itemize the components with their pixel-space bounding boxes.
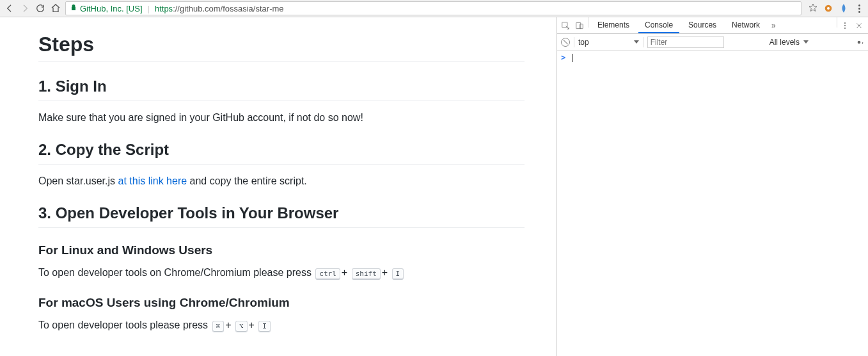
- step-1-text: Make sure that you are signed in your Gi…: [38, 110, 525, 125]
- linux-text: To open developer tools on Chrome/Chromi…: [38, 265, 525, 280]
- dropdown-icon: [803, 40, 809, 44]
- reload-button[interactable]: [35, 3, 46, 14]
- svg-point-1: [827, 7, 830, 10]
- console-cursor: [572, 54, 573, 62]
- extension-icon-2[interactable]: [839, 3, 849, 13]
- kbd-opt: ⌥: [235, 321, 248, 332]
- devtools-menu-icon[interactable]: [840, 17, 850, 33]
- bookmark-star-icon[interactable]: [808, 3, 818, 15]
- kbd-ctrl: ctrl: [315, 268, 340, 280]
- kbd-i: I: [392, 268, 404, 280]
- console-prompt-icon: >: [561, 53, 565, 62]
- context-selector[interactable]: top: [578, 38, 639, 47]
- dropdown-icon: [634, 40, 639, 44]
- kbd-cmd: ⌘: [212, 321, 225, 332]
- console-toolbar: top All levels: [557, 34, 868, 51]
- console-body[interactable]: >: [557, 51, 868, 356]
- inspect-icon[interactable]: [560, 17, 571, 33]
- console-filter-input[interactable]: [647, 36, 724, 48]
- mac-text: To open developer tools please press ⌘+ …: [38, 318, 525, 333]
- toolbar-right: [808, 3, 864, 15]
- tab-network[interactable]: Network: [725, 17, 766, 33]
- clear-console-icon[interactable]: [561, 38, 570, 47]
- svg-rect-4: [580, 24, 583, 28]
- step-2-text: Open star.user.js at this link here and …: [38, 174, 525, 189]
- home-button[interactable]: [50, 3, 61, 14]
- tab-elements[interactable]: Elements: [591, 17, 636, 33]
- mac-heading: For macOS Users using Chrome/Chromium: [38, 296, 525, 310]
- script-link[interactable]: at this link here: [118, 175, 187, 186]
- separator: |: [148, 4, 150, 13]
- back-button[interactable]: [4, 3, 15, 14]
- page-content: Steps 1. Sign In Make sure that you are …: [0, 17, 556, 356]
- tabs-overflow-icon[interactable]: »: [769, 17, 778, 33]
- extension-icon-1[interactable]: [823, 3, 833, 13]
- device-icon[interactable]: [574, 17, 585, 33]
- url-text: https://github.com/fossasia/star-me: [155, 4, 284, 13]
- devtools-tabbar: Elements Console Sources Network »: [557, 17, 868, 34]
- devtools-close-icon[interactable]: [853, 17, 865, 33]
- console-settings-icon[interactable]: [854, 38, 864, 47]
- browser-toolbar: GitHub, Inc. [US] | https://github.com/f…: [0, 0, 868, 17]
- browser-menu-icon[interactable]: [854, 4, 864, 13]
- step-1-heading: 1. Sign In: [38, 77, 525, 101]
- devtools-panel: Elements Console Sources Network » top A…: [556, 17, 868, 356]
- tab-sources[interactable]: Sources: [682, 17, 723, 33]
- kbd-i-mac: I: [258, 321, 271, 332]
- step-3-heading: 3. Open Developer Tools in Your Browser: [38, 204, 525, 228]
- linux-heading: For Linux and Windows Users: [38, 243, 525, 257]
- address-bar[interactable]: GitHub, Inc. [US] | https://github.com/f…: [65, 1, 801, 15]
- step-2-heading: 2. Copy the Script: [38, 141, 525, 165]
- site-identity: GitHub, Inc. [US]: [80, 4, 143, 13]
- forward-button[interactable]: [19, 3, 31, 14]
- tab-console[interactable]: Console: [638, 17, 679, 33]
- log-levels-selector[interactable]: All levels: [769, 38, 809, 47]
- kbd-shift: shift: [352, 268, 381, 280]
- page-title: Steps: [38, 33, 525, 62]
- lock-icon: [70, 4, 77, 13]
